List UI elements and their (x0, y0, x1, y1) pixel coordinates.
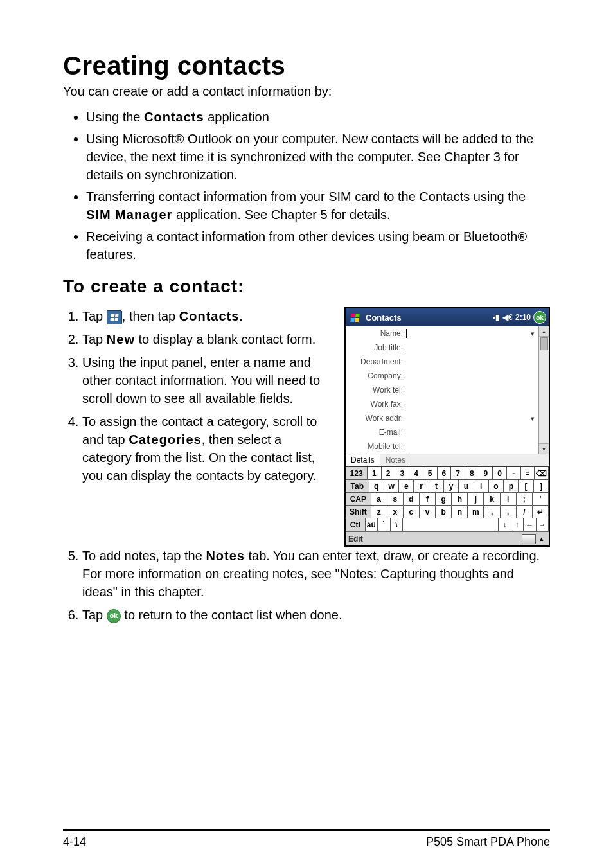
key-z[interactable]: z (371, 506, 387, 518)
key-apos[interactable]: ' (533, 493, 549, 506)
key-eq[interactable]: = (521, 467, 535, 480)
key-1[interactable]: 1 (368, 467, 382, 480)
pda-edit-label[interactable]: Edit (348, 535, 522, 544)
key-r[interactable]: r (414, 480, 429, 493)
key-rbr[interactable]: ] (534, 480, 549, 493)
key-dash[interactable]: - (507, 467, 521, 480)
bullet-3: Transferring contact information from yo… (86, 188, 550, 224)
key-space[interactable] (403, 518, 499, 531)
key-shift[interactable]: Shift (346, 506, 371, 518)
field-worktel-input[interactable] (405, 384, 537, 396)
key-9[interactable]: 9 (479, 467, 493, 480)
keyboard-icon[interactable] (522, 534, 536, 544)
key-comma[interactable]: , (484, 506, 500, 518)
key-e[interactable]: e (399, 480, 414, 493)
scroll-up-icon[interactable]: ▴ (539, 326, 549, 337)
key-o[interactable]: o (489, 480, 504, 493)
field-email-label: E-mail: (346, 428, 405, 437)
bullet-1-pre: Using the (86, 110, 144, 124)
key-left[interactable]: ← (524, 518, 537, 531)
bullet-3-pre: Transferring contact information from yo… (86, 190, 526, 204)
key-d[interactable]: d (404, 493, 420, 506)
key-tab[interactable]: Tab (346, 480, 369, 493)
field-mobile-input[interactable] (405, 441, 537, 452)
pda-scrollbar[interactable]: ▴ ▾ (538, 326, 549, 454)
signal-icon: ▪▮◀€2:10 (493, 313, 531, 322)
key-j[interactable]: j (468, 493, 484, 506)
key-t[interactable]: t (429, 480, 444, 493)
key-h[interactable]: h (452, 493, 468, 506)
scroll-down-icon[interactable]: ▾ (539, 443, 549, 454)
key-lbr[interactable]: [ (519, 480, 533, 493)
start-icon (107, 310, 122, 324)
key-slash[interactable]: / (517, 506, 533, 518)
key-semi[interactable]: ; (517, 493, 533, 506)
key-intl[interactable]: áü (366, 518, 378, 531)
key-dot[interactable]: . (501, 506, 517, 518)
field-company-label: Company: (346, 371, 405, 380)
key-w[interactable]: w (384, 480, 399, 493)
key-3[interactable]: 3 (395, 467, 409, 480)
step-2: Tap New to display a blank contact form. (82, 330, 328, 348)
key-s[interactable]: s (387, 493, 404, 506)
subheading: To create a contact: (63, 276, 550, 297)
key-y[interactable]: y (444, 480, 459, 493)
pda-title-bar: Contacts ▪▮◀€2:10 ok (346, 308, 549, 326)
key-2[interactable]: 2 (382, 467, 396, 480)
key-right[interactable]: → (537, 518, 549, 531)
dropdown-icon[interactable]: ▾ (528, 330, 537, 338)
pda-ok-button[interactable]: ok (533, 311, 546, 324)
key-g[interactable]: g (436, 493, 452, 506)
field-workaddr-input[interactable] (405, 412, 528, 424)
key-ctl[interactable]: Ctl (346, 518, 366, 531)
key-c[interactable]: c (404, 506, 420, 518)
key-n[interactable]: n (452, 506, 468, 518)
key-0[interactable]: 0 (493, 467, 507, 480)
field-workfax-input[interactable] (405, 398, 537, 410)
field-jobtitle-input[interactable] (405, 342, 537, 353)
key-l[interactable]: l (501, 493, 517, 506)
key-down[interactable]: ↓ (499, 518, 511, 531)
bullet-list: Using the Contacts application Using Mic… (63, 108, 550, 263)
key-p[interactable]: p (504, 480, 519, 493)
key-backtick[interactable]: ` (378, 518, 391, 531)
key-5[interactable]: 5 (423, 467, 438, 480)
key-i[interactable]: i (474, 480, 489, 493)
key-m[interactable]: m (468, 506, 484, 518)
sip-arrow-icon[interactable]: ▴ (537, 535, 546, 543)
field-email-input[interactable] (405, 427, 537, 438)
tab-notes[interactable]: Notes (380, 454, 411, 466)
step-4: To assign the contact a category, scroll… (82, 412, 328, 484)
bullet-4: Receiving a contact information from oth… (86, 227, 550, 263)
tab-details[interactable]: Details (346, 454, 380, 466)
field-name-input[interactable] (405, 328, 528, 339)
field-jobtitle-label: Job title: (346, 343, 405, 352)
key-7[interactable]: 7 (451, 467, 465, 480)
key-up[interactable]: ↑ (511, 518, 524, 531)
key-v[interactable]: v (420, 506, 436, 518)
page-title: Creating contacts (63, 51, 550, 80)
scroll-thumb[interactable] (540, 337, 548, 350)
step-5-notes: Notes (206, 549, 245, 563)
key-q[interactable]: q (369, 480, 384, 493)
key-k[interactable]: k (484, 493, 500, 506)
key-b[interactable]: b (436, 506, 452, 518)
key-4[interactable]: 4 (409, 467, 423, 480)
key-enter[interactable]: ↵ (533, 506, 549, 518)
key-123[interactable]: 123 (346, 467, 368, 480)
key-backspace[interactable]: ⌫ (535, 467, 549, 480)
key-cap[interactable]: CAP (346, 493, 371, 506)
field-department-input[interactable] (405, 356, 537, 368)
pda-keyboard[interactable]: 123 1 2 3 4 5 6 7 8 9 0 - = ⌫ Tab (346, 466, 549, 531)
pda-tabs: Details Notes (346, 454, 549, 466)
key-x[interactable]: x (387, 506, 404, 518)
key-8[interactable]: 8 (465, 467, 479, 480)
field-company-input[interactable] (405, 370, 537, 382)
key-backslash[interactable]: \ (391, 518, 404, 531)
key-u[interactable]: u (459, 480, 474, 493)
steps-list: Tap , then tap Contacts. Tap New to disp… (63, 307, 328, 484)
key-6[interactable]: 6 (438, 467, 452, 480)
key-f[interactable]: f (420, 493, 436, 506)
key-a[interactable]: a (371, 493, 387, 506)
dropdown-icon[interactable]: ▾ (528, 414, 537, 423)
